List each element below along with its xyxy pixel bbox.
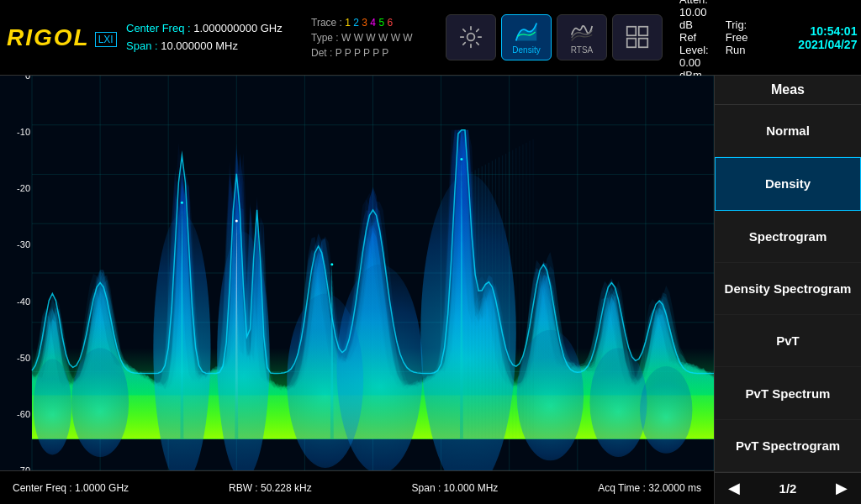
clock-area: 10:54:01 2021/04/27 [756, 0, 861, 75]
atten-info: Atten: 10.00 dB Ref Level: 0.00 dBm [671, 0, 717, 75]
det-label: Det : [311, 47, 332, 59]
atten-value: 10.00 dB [679, 6, 707, 31]
page-nav: ◀ 1/2 ▶ [715, 472, 861, 504]
chart-area: Center Freq : 1.0000 GHz RBW : 50.228 kH… [0, 76, 714, 504]
top-bar: RIGOL LXI Center Freq : 1.000000000 GHz … [0, 0, 861, 76]
bottom-rbw: RBW : 50.228 kHz [229, 482, 312, 494]
svg-rect-3 [627, 38, 637, 47]
logo-area: RIGOL LXI [0, 0, 118, 75]
menu-btn-spectrogram[interactable]: Spectrogram [715, 211, 861, 263]
time-display: 10:54:01 [810, 24, 857, 38]
next-page-btn[interactable]: ▶ [831, 477, 853, 499]
date-display: 2021/04/27 [798, 38, 857, 51]
rtsa-label: RTSA [571, 45, 594, 55]
density-icon-btn[interactable]: Density [501, 14, 552, 60]
trig-value: Free Run [726, 31, 748, 56]
type-values: W W W W W W [341, 32, 413, 44]
svg-rect-1 [627, 26, 637, 35]
menu-btn-density[interactable]: Density [715, 157, 861, 210]
trace-numbers: 1 2 3 4 5 6 [345, 17, 393, 29]
main-content: Center Freq : 1.0000 GHz RBW : 50.228 kH… [0, 76, 861, 504]
bottom-center-freq: Center Freq : 1.0000 GHz [13, 482, 129, 494]
type-label: Type : [311, 32, 339, 44]
spectrum-canvas [0, 76, 714, 470]
center-freq-label: Center Freq : [126, 22, 191, 34]
ref-label: Ref Level: [679, 31, 709, 56]
span-label: Span : [126, 39, 158, 52]
page-indicator: 1/2 [779, 481, 797, 496]
center-freq-value: 1.000000000 GHz [193, 22, 283, 34]
trace-label: Trace : [311, 17, 342, 29]
menu-btn-pvt-spectrogram[interactable]: PvT Spectrogram [715, 420, 861, 472]
span-value: 10.000000 MHz [161, 39, 238, 52]
icon-bar: Density RTSA [437, 0, 671, 75]
rigol-logo: RIGOL [7, 24, 90, 51]
menu-btn-normal[interactable]: Normal [715, 105, 861, 157]
rtsa-icon-btn[interactable]: RTSA [557, 14, 607, 60]
lxi-badge: LXI [95, 32, 117, 47]
settings-icon-btn[interactable] [446, 14, 496, 60]
grid-icon-btn[interactable] [612, 14, 663, 60]
bottom-span: Span : 10.000 MHz [412, 482, 499, 494]
det-values: P P P P P P [335, 47, 389, 59]
menu-btn-density-spectrogram[interactable]: Density Spectrogram [715, 263, 861, 315]
meas-header: Meas [715, 76, 861, 105]
trace-info: Trace : 1 2 3 4 5 6 Type : W W W W W W D… [303, 0, 437, 75]
menu-btn-pvt[interactable]: PvT [715, 315, 861, 367]
trig-info: Trig: Free Run [717, 0, 757, 75]
bottom-bar: Center Freq : 1.0000 GHz RBW : 50.228 kH… [0, 470, 714, 504]
freq-info: Center Freq : 1.000000000 GHz Span : 10.… [118, 0, 303, 75]
bottom-acq-time: Acq Time : 32.0000 ms [598, 482, 701, 494]
svg-rect-4 [639, 38, 648, 47]
density-label: Density [512, 45, 540, 55]
menu-btn-pvt-spectrum[interactable]: PvT Spectrum [715, 367, 861, 419]
chart-wrapper [0, 76, 714, 470]
atten-label: Atten: [679, 0, 708, 6]
right-panel: Meas Normal Density Spectrogram Density … [714, 76, 861, 504]
svg-point-0 [467, 33, 475, 40]
trig-label: Trig: [726, 18, 748, 31]
svg-rect-2 [639, 26, 648, 35]
prev-page-btn[interactable]: ◀ [723, 477, 745, 499]
